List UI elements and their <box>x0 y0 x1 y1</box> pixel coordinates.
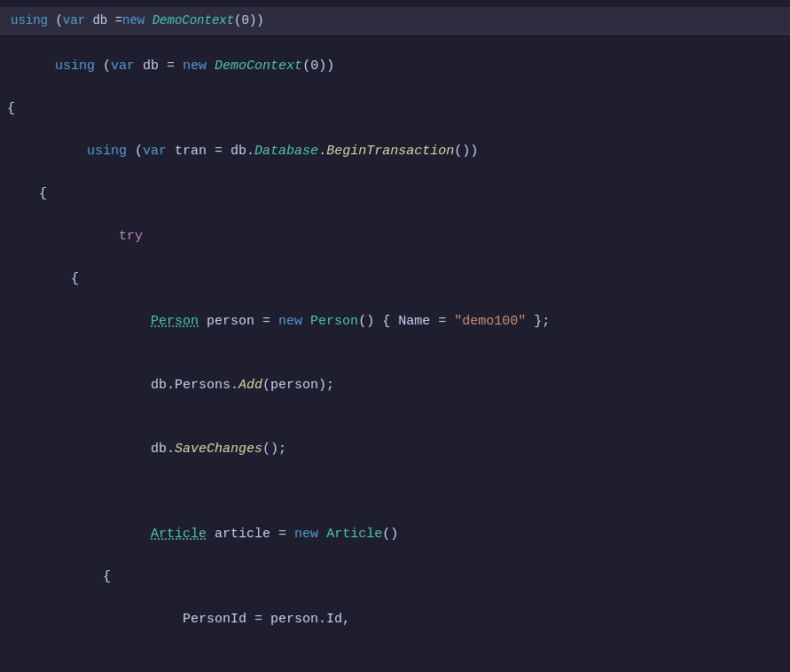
code-line-1: using (var db = new DemoContext(0)) <box>0 35 790 98</box>
code-line-5: try <box>0 205 790 269</box>
code-line-8: db.Persons.Add(person); <box>0 354 790 418</box>
code-line-13: PersonId = person.Id, <box>0 588 790 652</box>
code-line-14: Description = "de100", <box>0 652 790 672</box>
code-line-11: Article article = new Article() <box>0 503 790 567</box>
code-line-12: { <box>0 567 790 588</box>
code-line-4: { <box>0 184 790 205</box>
code-line-3: using (var tran = db.Database.BeginTrans… <box>0 120 790 184</box>
code-line-7: Person person = new Person() { Name = "d… <box>0 290 790 354</box>
breadcrumb-using: using <box>11 11 48 30</box>
breadcrumb-bar: using ( var db = new DemoContext (0)) <box>0 7 790 35</box>
code-editor: using ( var db = new DemoContext (0)) us… <box>0 0 790 672</box>
code-line-10 <box>0 481 790 503</box>
code-line-2: { <box>0 98 790 120</box>
code-line-6: { <box>0 269 790 290</box>
code-line-9: db.SaveChanges(); <box>0 418 790 481</box>
